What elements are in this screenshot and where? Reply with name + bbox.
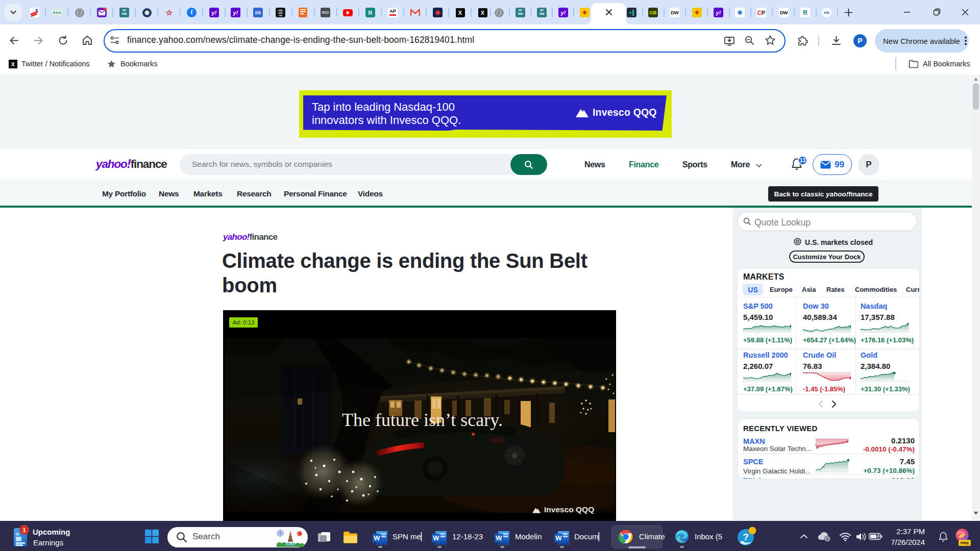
svg-text:The future isn’t scary.: The future isn’t scary.	[342, 410, 503, 430]
svg-text:W: W	[496, 534, 502, 542]
svg-text:?: ?	[743, 532, 749, 542]
svg-text:W: W	[433, 534, 439, 542]
svg-text:i: i	[827, 537, 828, 542]
svg-text:W: W	[374, 534, 380, 542]
svg-text:W: W	[555, 534, 562, 542]
